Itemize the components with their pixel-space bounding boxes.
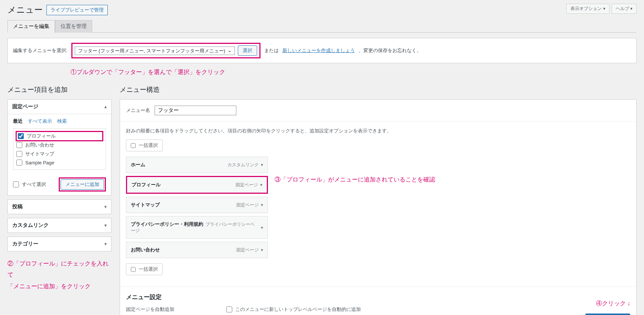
inner-tab-search[interactable]: 検索 (57, 118, 67, 125)
auto-add-text: このメニューに新しいトップレベルページを自動的に追加 (235, 306, 361, 313)
menu-item-title: ホーム (131, 162, 145, 167)
metabox-posts: 投稿 ▾ (7, 199, 111, 214)
bulk-select-bottom[interactable]: 一括選択 (126, 263, 163, 275)
menu-item-title: サイトマップ (131, 202, 160, 208)
inner-tab-recent[interactable]: 最近 (13, 118, 23, 125)
page-item-checkbox[interactable] (16, 151, 22, 157)
menu-item-type: カスタムリンク▾ (227, 162, 263, 168)
menu-item-title: プロフィール (132, 182, 161, 187)
metabox-pages-title: 固定ページ (12, 103, 38, 110)
page-item-label: お問い合わせ (25, 142, 54, 148)
metabox-posts-title: 投稿 (12, 203, 23, 210)
page-item-checkbox[interactable] (16, 160, 22, 165)
chevron-down-icon[interactable]: ▾ (261, 247, 263, 253)
highlight-select-box: フッター (フッター用メニュー, スマートフォンフッター用メニュー) 選択 (71, 43, 260, 58)
menu-item[interactable]: プライバシーポリシー・利用規約プライバシーポリシーページ▾ (126, 216, 268, 239)
caret-up-icon: ▴ (104, 104, 107, 109)
annotation-1: ①プルダウンで「フッター」を選んで「選択」をクリック (71, 68, 637, 76)
tab-manage-locations[interactable]: 位置を管理 (55, 20, 92, 33)
menu-select[interactable]: フッター (フッター用メニュー, スマートフォンフッター用メニュー) (75, 46, 235, 55)
highlight-add-button: メニューに追加 (59, 177, 106, 192)
menu-structure-heading: メニュー構造 (120, 85, 637, 94)
chevron-down-icon[interactable]: ▾ (261, 202, 263, 208)
page-item-label: プロフィール (27, 133, 56, 139)
menu-item-type: 固定ページ▾ (236, 202, 263, 208)
page-item-label: Sample Page (25, 160, 54, 165)
chevron-down-icon[interactable]: ▾ (260, 182, 262, 187)
menu-item-title-wrap: お問い合わせ (131, 247, 160, 253)
bulk-select-checkbox[interactable] (131, 143, 136, 148)
auto-add-checkbox[interactable] (226, 306, 232, 312)
caret-down-icon: ▾ (104, 223, 107, 228)
page-item-label: サイトマップ (25, 151, 54, 157)
create-menu-link[interactable]: 新しいメニューを作成しましょう (282, 47, 355, 54)
metabox-posts-toggle[interactable]: 投稿 ▾ (8, 200, 111, 214)
metabox-categories-title: カテゴリー (12, 241, 38, 247)
bulk-select-checkbox-bottom[interactable] (131, 267, 136, 272)
bulk-select-label: 一括選択 (139, 142, 158, 149)
pages-checklist: プロフィールお問い合わせサイトマップSample Page (13, 128, 106, 170)
or-text: または (264, 47, 279, 54)
add-items-heading: メニュー項目を追加 (7, 85, 111, 94)
menu-item-title: お問い合わせ (131, 247, 160, 253)
drag-hint: 好みの順番に各項目をドラッグしてください。項目の右側の矢印をクリックすると、追加… (126, 128, 630, 134)
menu-item-title-wrap: サイトマップ (131, 202, 160, 208)
menu-item-type: 固定ページ▾ (236, 182, 262, 188)
inner-tab-all[interactable]: すべて表示 (28, 118, 52, 125)
metabox-custom-links: カスタムリンク ▾ (7, 218, 111, 233)
metabox-categories: カテゴリー ▾ (7, 237, 111, 251)
after-text: 。変更の保存をお忘れなく。 (359, 47, 421, 54)
nav-tabs: メニューを編集 位置を管理 (7, 20, 637, 33)
annotation-3: ③「プロフィール」がメニューに追加されていることを確認 (275, 176, 435, 184)
add-to-menu-button[interactable]: メニューに追加 (61, 179, 104, 190)
chevron-down-icon[interactable]: ▾ (261, 225, 263, 230)
bulk-select-top[interactable]: 一括選択 (126, 139, 163, 151)
menu-item[interactable]: お問い合わせ固定ページ▾ (126, 242, 268, 258)
menu-items-list: ③「プロフィール」がメニューに追加されていることを確認 ホームカスタムリンク▾プ… (126, 157, 630, 258)
save-menu-button[interactable]: メニューを保存 (585, 314, 630, 315)
select-all-checkbox[interactable] (13, 181, 19, 187)
page-item[interactable]: お問い合わせ (16, 141, 103, 150)
chevron-down-icon[interactable]: ▾ (261, 162, 263, 167)
metabox-categories-toggle[interactable]: カテゴリー ▾ (8, 237, 111, 251)
manage-menus-bar: 編集するメニューを選択: フッター (フッター用メニュー, スマートフォンフッタ… (7, 38, 637, 63)
caret-down-icon: ▾ (104, 204, 107, 209)
menu-item-title-wrap: プライバシーポリシー・利用規約プライバシーポリシーページ (131, 221, 259, 234)
menu-edit-panel: メニュー名 好みの順番に各項目をドラッグしてください。項目の右側の矢印をクリック… (120, 99, 637, 315)
menu-item[interactable]: プロフィール固定ページ▾ (126, 176, 268, 194)
annotation-4: ④クリック ↓ (120, 300, 636, 308)
page-item-checkbox[interactable] (18, 133, 24, 139)
page-title: メニュー (7, 4, 43, 16)
menu-name-input[interactable] (155, 106, 236, 115)
menu-item-title-wrap: プロフィール (132, 181, 161, 188)
auto-add-label: 固定ページを自動追加 (126, 306, 174, 313)
select-all-label: すべて選択 (22, 181, 46, 188)
menu-item[interactable]: サイトマップ固定ページ▾ (126, 197, 268, 213)
select-button[interactable]: 選択 (238, 45, 257, 56)
metabox-pages-toggle[interactable]: 固定ページ ▴ (8, 100, 111, 114)
menu-name-label: メニュー名 (126, 107, 150, 114)
metabox-custom-toggle[interactable]: カスタムリンク ▾ (8, 218, 111, 232)
menu-item-title-wrap: ホーム (131, 161, 145, 168)
metabox-custom-title: カスタムリンク (12, 222, 49, 229)
live-preview-button[interactable]: ライブプレビューで管理 (46, 5, 108, 15)
help-button[interactable]: ヘルプ ▾ (612, 4, 637, 14)
auto-add-option[interactable]: このメニューに新しいトップレベルページを自動的に追加 (226, 305, 361, 314)
page-item-checkbox[interactable] (16, 142, 22, 148)
caret-down-icon: ▾ (104, 241, 107, 247)
menu-item[interactable]: ホームカスタムリンク▾ (126, 157, 268, 173)
metabox-pages: 固定ページ ▴ 最近 すべて表示 検索 プロフィールお問い合わせサイトマップSa… (7, 99, 111, 196)
menu-item-title: プライバシーポリシー・利用規約 (131, 221, 203, 227)
menu-item-type: ▾ (259, 225, 263, 230)
pages-inner-tabs: 最近 すべて表示 検索 (8, 114, 111, 128)
bulk-select-label-bottom: 一括選択 (139, 266, 158, 273)
page-item[interactable]: Sample Page (16, 158, 103, 167)
select-all-pages[interactable]: すべて選択 (13, 180, 46, 189)
tab-edit-menus[interactable]: メニューを編集 (7, 20, 55, 33)
menu-item-type: 固定ページ▾ (236, 247, 263, 253)
page-item[interactable]: サイトマップ (16, 150, 103, 158)
select-menu-label: 編集するメニューを選択: (13, 47, 68, 54)
annotation-2: ②「プロフィール」にチェックを入れて 「メニューに追加」をクリック (7, 258, 111, 292)
screen-options-button[interactable]: 表示オプション ▾ (566, 4, 609, 14)
page-item[interactable]: プロフィール (16, 132, 103, 141)
